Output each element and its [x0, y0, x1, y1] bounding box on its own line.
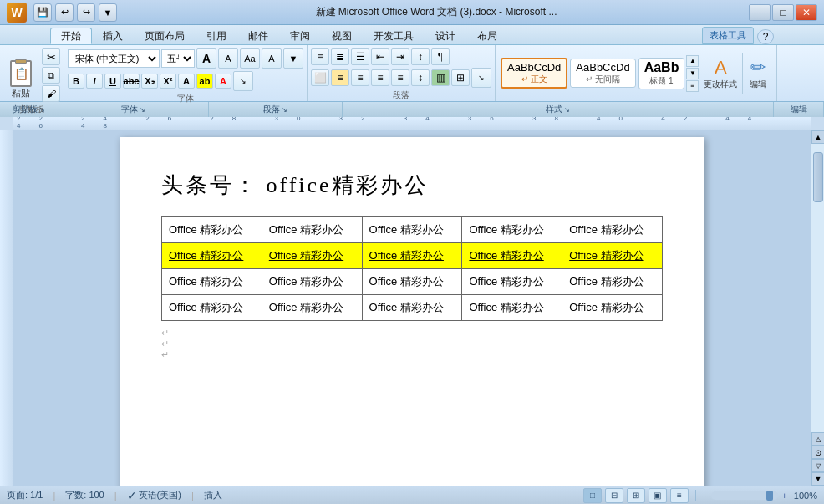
page-title: 头条号： office精彩办公 — [161, 171, 663, 200]
align-center-btn[interactable]: ≡ — [331, 69, 349, 86]
cell-3-0: Office 精彩办公 — [162, 295, 262, 321]
ruler-v — [0, 130, 13, 486]
minimize-btn[interactable]: — — [749, 4, 771, 21]
para-dialog-btn[interactable]: ↘ — [471, 68, 491, 88]
increase-indent-btn[interactable]: ⇥ — [391, 48, 409, 65]
scroll-up-btn[interactable]: ▲ — [811, 130, 824, 144]
insert-mode[interactable]: 插入 — [204, 489, 222, 501]
text-highlight-btn[interactable]: ab — [196, 74, 213, 89]
style-scroll-more[interactable]: ≡ — [686, 80, 699, 92]
view-full-btn[interactable]: ⊟ — [605, 488, 623, 503]
paste-icon: 📋 — [5, 52, 37, 87]
style-scroll-up[interactable]: ▲ — [686, 55, 699, 67]
change-case-btn[interactable]: ▼ — [283, 48, 303, 69]
cell-3-3: Office 精彩办公 — [462, 295, 562, 321]
customize-btn[interactable]: ▼ — [99, 3, 117, 22]
tab-insert[interactable]: 插入 — [92, 28, 134, 44]
cell-1-4: Office 精彩办公 — [562, 243, 663, 269]
underline-btn[interactable]: U — [104, 74, 121, 89]
cut-btn[interactable]: ✂ — [42, 48, 60, 65]
decrease-indent-btn[interactable]: ⇤ — [371, 48, 389, 65]
paste-button[interactable]: 📋 粘贴 — [3, 50, 38, 101]
font-shrink-btn[interactable]: A — [218, 48, 238, 69]
paragraph-expand[interactable]: ↘ — [282, 106, 287, 114]
tab-references[interactable]: 引用 — [196, 28, 237, 44]
align-right-btn[interactable]: ≡ — [351, 69, 369, 86]
style-scroll-down[interactable]: ▼ — [686, 68, 699, 79]
font-group: 宋体 (中文正文) 五号 A A Aa A ▼ B I U abc X₂ X² … — [64, 45, 308, 101]
view-outline-btn[interactable]: ▣ — [649, 488, 667, 503]
line-spacing-btn[interactable]: ↕ — [411, 69, 430, 86]
sort-btn[interactable]: ↕ — [411, 48, 430, 65]
paragraph-label-cell: 段落 ↘ — [209, 102, 343, 117]
scroll-track[interactable] — [811, 144, 824, 432]
text-effect-btn[interactable]: A — [178, 74, 195, 89]
scroll-page-up[interactable]: △ — [811, 432, 824, 445]
align-left-btn[interactable]: ⬜ — [311, 69, 329, 86]
edit-label: 编辑 — [750, 79, 766, 90]
change-style-btn[interactable]: A 更改样式 — [700, 55, 740, 92]
italic-btn[interactable]: I — [86, 74, 103, 89]
more-font-btn[interactable]: A — [262, 48, 282, 69]
font-grow-btn[interactable]: A — [196, 48, 216, 69]
page-scroll[interactable]: 头条号： office精彩办公 Office 精彩办公 Office 精彩办公 … — [13, 130, 811, 486]
cell-0-4: Office 精彩办公 — [562, 217, 663, 243]
subscript-btn[interactable]: X₂ — [141, 74, 158, 89]
tab-layout[interactable]: 布局 — [466, 28, 508, 44]
help-btn[interactable]: ? — [757, 29, 774, 44]
tab-extra[interactable]: 表格工具 — [702, 27, 754, 44]
tab-home[interactable]: 开始 — [50, 28, 92, 44]
tab-view[interactable]: 视图 — [321, 28, 363, 44]
zoom-slider[interactable] — [711, 491, 778, 500]
font-size-selector[interactable]: 五号 — [161, 49, 195, 68]
bold-btn[interactable]: B — [68, 74, 84, 89]
view-draft-btn[interactable]: ≡ — [670, 488, 689, 503]
maximize-btn[interactable]: □ — [772, 4, 794, 21]
redo-btn[interactable]: ↪ — [77, 3, 95, 22]
edit-btn[interactable]: ✏ 编辑 — [745, 55, 771, 92]
superscript-btn[interactable]: X² — [160, 74, 176, 89]
styles-expand[interactable]: ↘ — [564, 106, 570, 114]
bullets-btn[interactable]: ≡ — [311, 48, 329, 65]
tab-developer[interactable]: 开发工具 — [363, 28, 425, 44]
view-print-btn[interactable]: □ — [583, 488, 602, 503]
shading-btn[interactable]: ▥ — [431, 69, 450, 86]
zoom-in-btn[interactable]: + — [781, 491, 786, 501]
format-painter-btn[interactable]: 🖌 — [42, 85, 60, 102]
tab-review[interactable]: 审阅 — [279, 28, 321, 44]
clear-format-btn[interactable]: Aa — [240, 48, 260, 69]
tab-page-layout[interactable]: 页面布局 — [134, 28, 196, 44]
view-web-btn[interactable]: ⊞ — [627, 488, 645, 503]
font-name-row: 宋体 (中文正文) 五号 A A Aa A ▼ — [68, 48, 303, 69]
style-normal-btn[interactable]: AaBbCcDd ↵ 正文 — [501, 58, 567, 89]
justify-btn[interactable]: ≡ — [371, 69, 389, 86]
border-btn[interactable]: ⊞ — [451, 69, 470, 86]
table-row-highlighted: Office 精彩办公 Office 精彩办公 Office 精彩办公 Offi… — [162, 243, 663, 269]
scroll-select-browse[interactable]: ⊙ — [811, 445, 824, 459]
save-btn[interactable]: 💾 — [33, 3, 52, 22]
zoom-out-btn[interactable]: − — [703, 491, 708, 501]
close-btn[interactable]: ✕ — [796, 4, 817, 21]
font-name-selector[interactable]: 宋体 (中文正文) — [68, 49, 160, 68]
font-expand[interactable]: ↘ — [140, 106, 145, 114]
clipboard-expand[interactable]: ↘ — [39, 106, 45, 114]
tab-design[interactable]: 设计 — [425, 28, 466, 44]
table-row: Office 精彩办公 Office 精彩办公 Office 精彩办公 Offi… — [162, 295, 663, 321]
font-dialog-btn[interactable]: ↘ — [233, 71, 253, 91]
numbering-btn[interactable]: ≣ — [331, 48, 349, 65]
justify-all-btn[interactable]: ≡ — [391, 69, 409, 86]
undo-btn[interactable]: ↩ — [55, 3, 74, 22]
scroll-thumb[interactable] — [813, 152, 823, 202]
style-heading-btn[interactable]: AaBb 标题 1 — [638, 58, 685, 89]
copy-btn[interactable]: ⧉ — [42, 67, 60, 84]
scroll-page-down[interactable]: ▽ — [811, 459, 824, 472]
style-nospace-btn[interactable]: AaBbCcDd ↵ 无间隔 — [570, 59, 635, 88]
strikethrough-btn[interactable]: abc — [123, 74, 140, 89]
spell-icon: ✓ — [127, 489, 137, 502]
tab-mailings[interactable]: 邮件 — [237, 28, 279, 44]
scroll-down-btn[interactable]: ▼ — [811, 472, 824, 486]
show-para-btn[interactable]: ¶ — [431, 48, 450, 65]
multilevel-btn[interactable]: ☰ — [351, 48, 369, 65]
font-color-btn[interactable]: A — [215, 74, 231, 89]
zoom-level[interactable]: 100% — [794, 491, 817, 501]
